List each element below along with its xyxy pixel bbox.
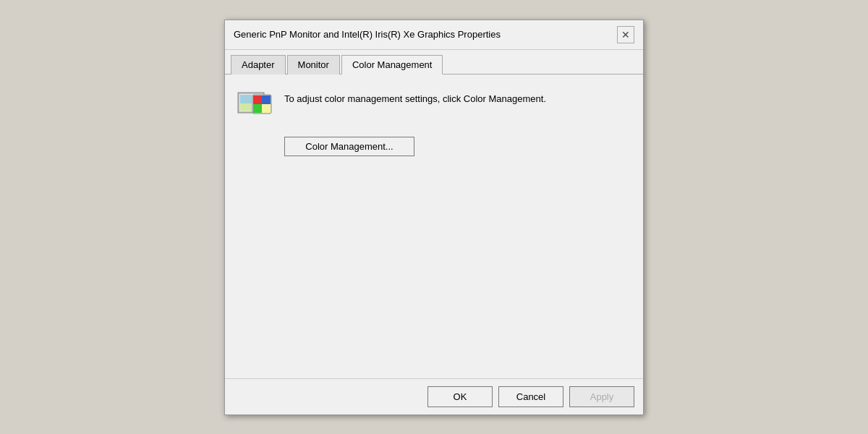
tab-adapter[interactable]: Adapter <box>231 55 286 75</box>
tabs-bar: Adapter Monitor Color Management <box>225 50 643 75</box>
dialog-window: Generic PnP Monitor and Intel(R) Iris(R)… <box>224 20 644 415</box>
svg-rect-5 <box>253 104 262 113</box>
tab-monitor-label: Monitor <box>298 59 329 70</box>
svg-rect-3 <box>253 95 262 104</box>
close-icon: ✕ <box>621 29 630 41</box>
close-button[interactable]: ✕ <box>617 26 634 43</box>
color-management-description: To adjust color management settings, cli… <box>284 89 546 106</box>
color-management-icon <box>237 89 273 125</box>
tab-adapter-label: Adapter <box>242 59 275 70</box>
apply-button[interactable]: Apply <box>569 386 634 407</box>
ok-button[interactable]: OK <box>427 386 493 407</box>
tab-color-management[interactable]: Color Management <box>341 55 443 75</box>
svg-rect-7 <box>240 95 252 103</box>
dialog-title: Generic PnP Monitor and Intel(R) Iris(R)… <box>234 29 501 40</box>
tab-monitor[interactable]: Monitor <box>287 55 340 75</box>
dialog-footer: OK Cancel Apply <box>225 378 643 414</box>
svg-rect-6 <box>262 104 271 113</box>
title-bar: Generic PnP Monitor and Intel(R) Iris(R)… <box>225 20 643 50</box>
color-management-section: To adjust color management settings, cli… <box>237 89 631 125</box>
color-management-button[interactable]: Color Management... <box>284 137 414 156</box>
color-management-button-wrapper: Color Management... <box>284 137 631 156</box>
tab-color-management-label: Color Management <box>352 59 433 70</box>
tab-content-color-management: To adjust color management settings, cli… <box>225 75 643 378</box>
svg-rect-8 <box>240 103 252 111</box>
cancel-button[interactable]: Cancel <box>498 386 563 407</box>
svg-rect-4 <box>262 95 271 104</box>
